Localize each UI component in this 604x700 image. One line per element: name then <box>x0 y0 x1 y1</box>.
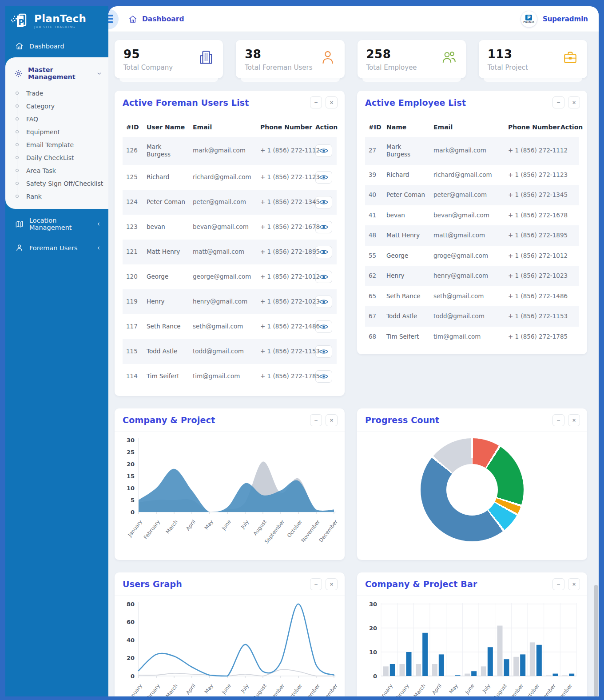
x-axis-tick-label: December <box>318 683 339 696</box>
sidebar-subitem-email-template[interactable]: Email Template <box>5 138 108 151</box>
sidebar-subitem-safety-sign-off-checklist[interactable]: Safety Sign Off/Checklist <box>5 177 108 190</box>
cell-id: 117 <box>123 314 143 339</box>
x-axis-labels: JanuaryFebruaryMarchAprilMayJuneJulyAugu… <box>123 681 337 696</box>
breadcrumb[interactable]: Dashboard <box>128 15 184 24</box>
sidebar-subitem-label: Equipment <box>26 128 60 136</box>
gear-icon <box>14 69 23 78</box>
stat-card-total-company: 95 Total Company <box>115 40 223 78</box>
table-row: 40Peter Comanpeter@gmail.com+ 1 (856) 27… <box>365 185 579 205</box>
x-axis-tick-label: March <box>164 519 179 535</box>
active-foreman-users-table: #IDUser NameEmailPhone NumberAction126Ma… <box>123 118 337 389</box>
map-icon <box>15 220 24 228</box>
x-axis-tick-label: July <box>239 683 250 694</box>
x-axis-tick-label: March <box>412 683 427 696</box>
x-axis-tick-label: February <box>392 683 410 696</box>
menu-toggle-button[interactable] <box>108 9 119 29</box>
bullet-icon <box>16 182 19 185</box>
x-axis-tick-label: May <box>203 519 215 531</box>
main-panel: Dashboard PPlanTech Superadmin 95 Total … <box>108 6 599 696</box>
bar-widget-minimize-button[interactable]: − <box>552 578 564 590</box>
sidebar-item-location-management[interactable]: Location Management <box>5 212 108 236</box>
cell-phone: + 1 (856) 272-1785 <box>257 364 312 389</box>
table-row: 115Todd Astletodd@gmail.com+ 1 (856) 272… <box>123 339 337 364</box>
breadcrumb-label: Dashboard <box>142 15 184 23</box>
vertical-scrollbar[interactable] <box>594 585 598 696</box>
foreman-widget-minimize-button[interactable]: − <box>310 96 322 108</box>
brand-name: PlanTech <box>34 14 86 24</box>
user-menu[interactable]: PPlanTech Superadmin <box>521 11 588 28</box>
person-icon <box>320 49 336 65</box>
table-row: 124Peter Comanpeter@gmail.com+ 1 (856) 2… <box>123 190 337 215</box>
cell-email: todd@gmail.com <box>189 339 257 364</box>
sidebar-subitem-category[interactable]: Category <box>5 100 108 112</box>
employee-widget-close-button[interactable]: × <box>568 96 580 108</box>
bullet-icon <box>16 195 19 198</box>
cell-name: Mark Burgess <box>143 137 189 165</box>
sidebar-item-label: Foreman Users <box>29 244 90 252</box>
charts-row-1: Company & Project − × 051015202530Januar… <box>115 408 587 560</box>
active-foreman-users-widget: Active Foreman Users List − × #IDUser Na… <box>115 91 345 396</box>
briefcase-icon <box>562 49 578 65</box>
x-axis-tick-label: October <box>523 683 540 696</box>
employee-widget-minimize-button[interactable]: − <box>552 96 564 108</box>
stat-value: 258 <box>366 48 441 61</box>
stat-card-total-employee: 258 Total Employee <box>358 40 466 78</box>
foreman-widget-close-button[interactable]: × <box>326 96 338 108</box>
sidebar-subitem-rank[interactable]: Rank <box>5 190 108 203</box>
column-header-action: Action <box>557 118 579 137</box>
brand-logo[interactable]: P PlanTech JOB SITE TRACKING <box>5 6 108 37</box>
sidebar-item-dashboard[interactable]: Dashboard <box>5 37 108 55</box>
sidebar-subitem-faq[interactable]: FAQ <box>5 112 108 125</box>
sidebar-item-label: Dashboard <box>29 43 101 50</box>
cell-id: 120 <box>123 264 143 289</box>
cell-email: tim@gmail.com <box>430 327 505 347</box>
master-management-subnav: TradeCategoryFAQEquipmentEmail TemplateD… <box>5 87 108 203</box>
table-row: 27Mark Burgessmark@gmail.com+ 1 (856) 27… <box>365 137 579 165</box>
cell-email: groge@gmail.com <box>430 246 505 266</box>
donut-widget-minimize-button[interactable]: − <box>552 414 564 426</box>
stat-label: Total Company <box>123 64 198 72</box>
table-row: 126Mark Burgessmark@gmail.com+ 1 (856) 2… <box>123 137 337 165</box>
sidebar-subitem-daily-checklist[interactable]: Daily CheckList <box>5 151 108 164</box>
cell-name: Mark Burgess <box>383 137 430 165</box>
stats-row: 95 Total Company 38 Total Foreman Users <box>115 40 587 78</box>
bar-widget-close-button[interactable]: × <box>568 578 580 590</box>
table-row: 55Georgegroge@gmail.com+ 1 (856) 272-101… <box>365 246 579 266</box>
people-icon <box>441 49 457 65</box>
sidebar-subitem-label: Email Template <box>26 141 74 148</box>
area-widget-close-button[interactable]: × <box>326 414 338 426</box>
cell-phone: + 1 (856) 272-1895 <box>505 225 557 246</box>
cell-phone: + 1 (856) 272-1112 <box>257 137 312 165</box>
cell-name: Matt Henry <box>383 225 430 246</box>
line-widget-minimize-button[interactable]: − <box>310 578 322 590</box>
table-row: 41bevanbevan@gmail.com+ 1 (856) 272-1678 <box>365 205 579 226</box>
chevron-left-icon <box>96 221 101 227</box>
sidebar-subitem-trade[interactable]: Trade <box>5 87 108 100</box>
x-axis-tick-label: June <box>464 683 475 695</box>
x-axis-tick-label: August <box>252 519 268 536</box>
svg-text:30: 30 <box>369 600 377 607</box>
x-axis-tick-label: May <box>448 683 459 695</box>
area-widget-minimize-button[interactable]: − <box>310 414 322 426</box>
cell-phone: + 1 (856) 272-1153 <box>505 306 557 327</box>
svg-text:15: 15 <box>127 472 135 479</box>
sidebar-subitem-equipment[interactable]: Equipment <box>5 125 108 138</box>
widget-title: Users Graph <box>123 579 306 589</box>
svg-text:40: 40 <box>127 636 135 643</box>
cell-phone: + 1 (856) 272-1012 <box>505 246 557 266</box>
company-project-bar-widget: Company & Project Bar − × 0102030January… <box>357 572 587 696</box>
line-widget-close-button[interactable]: × <box>326 578 338 590</box>
sidebar-item-foreman-users[interactable]: Foreman Users <box>5 239 108 256</box>
sidebar: P PlanTech JOB SITE TRACKING Dashboard <box>5 6 108 696</box>
sidebar-nav: Dashboard Master Management TradeCat <box>5 37 108 256</box>
sidebar-subitem-area-task[interactable]: Area Task <box>5 164 108 177</box>
svg-text:20: 20 <box>127 655 135 661</box>
cell-name: bevan <box>143 215 189 240</box>
table-row: 123bevanbevan@gmail.com+ 1 (856) 272-167… <box>123 215 337 240</box>
progress-count-widget: Progress Count − × <box>357 408 587 560</box>
stat-label: Total Employee <box>366 64 441 72</box>
widget-title: Active Employee List <box>365 98 549 108</box>
donut-widget-close-button[interactable]: × <box>568 414 580 426</box>
table-row: 120Georgegeorge@gmail.com+ 1 (856) 272-1… <box>123 264 337 289</box>
sidebar-item-master-management[interactable]: Master Management <box>5 61 108 86</box>
